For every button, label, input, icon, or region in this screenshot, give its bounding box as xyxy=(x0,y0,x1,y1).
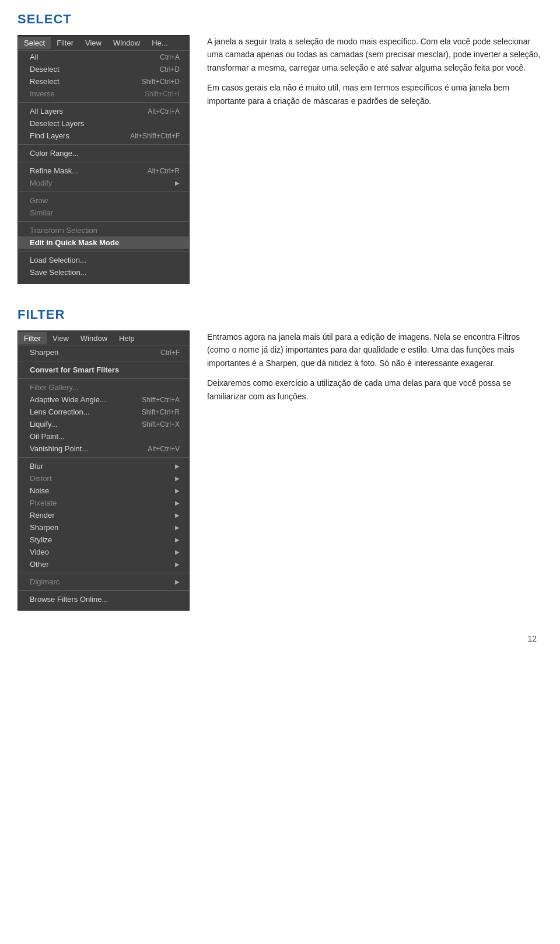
select-text-col: A janela a seguir trata a seleção de mod… xyxy=(207,35,542,114)
fmenu-noise[interactable]: Noise▶ xyxy=(18,485,189,497)
menu-item-save-selection[interactable]: Save Selection... xyxy=(18,266,189,278)
fmenu-other[interactable]: Other▶ xyxy=(18,558,189,570)
fmenu-sharpen-bottom[interactable]: Sharpen▶ xyxy=(18,521,189,534)
menubar-help[interactable]: He... xyxy=(146,37,173,49)
fmenu-filter-gallery[interactable]: Filter Gallery... xyxy=(18,381,189,393)
menu-item-load-selection[interactable]: Load Selection... xyxy=(18,254,189,266)
filter-para-1: Entramos agora na janela mais útil para … xyxy=(207,330,542,370)
fmenu-browse-filters[interactable]: Browse Filters Online... xyxy=(18,593,189,605)
select-menu-panel: Select Filter View Window He... AllCtrl+… xyxy=(18,35,190,284)
menu-item-find-layers[interactable]: Find LayersAlt+Shift+Ctrl+F xyxy=(18,130,189,142)
sep6 xyxy=(18,251,189,252)
fmenu-liquify[interactable]: Liquify...Shift+Ctrl+X xyxy=(18,418,189,430)
fmenu-video[interactable]: Video▶ xyxy=(18,546,189,558)
select-title: SELECT xyxy=(18,12,542,27)
filter-menu-panel: Filter View Window Help SharpenCtrl+F Co… xyxy=(18,330,190,611)
menubar-view[interactable]: View xyxy=(79,37,107,49)
menu-item-reselect[interactable]: ReselectShift+Ctrl+D xyxy=(18,75,189,88)
menu-item-refine-mask[interactable]: Refine Mask...Alt+Ctrl+R xyxy=(18,165,189,177)
sep2 xyxy=(18,144,189,145)
menubar-window[interactable]: Window xyxy=(107,37,146,49)
fsep2 xyxy=(18,378,189,379)
select-para-2: Em casos gerais ela não é muito util, ma… xyxy=(207,81,542,107)
filter-para-2: Deixaremos como exercício a utilização d… xyxy=(207,377,542,403)
fmenu-stylize[interactable]: Stylize▶ xyxy=(18,534,189,546)
filter-text-col: Entramos agora na janela mais útil para … xyxy=(207,330,542,410)
menubar-select[interactable]: Select xyxy=(18,37,51,49)
menu-item-grow[interactable]: Grow xyxy=(18,194,189,207)
menu-item-transform-selection[interactable]: Transform Selection xyxy=(18,224,189,236)
fmenubar-window[interactable]: Window xyxy=(75,332,113,344)
fmenu-oil-paint[interactable]: Oil Paint... xyxy=(18,430,189,443)
sep4 xyxy=(18,191,189,192)
fmenu-sharpen-top[interactable]: SharpenCtrl+F xyxy=(18,346,189,358)
filter-menu-bar: Filter View Window Help xyxy=(18,331,189,346)
fmenu-blur[interactable]: Blur▶ xyxy=(18,460,189,472)
fsep3 xyxy=(18,457,189,458)
fmenu-convert-smart[interactable]: Convert for Smart Filters xyxy=(18,364,189,376)
filter-title: FILTER xyxy=(18,307,542,322)
fmenubar-view[interactable]: View xyxy=(47,332,75,344)
menu-item-modify[interactable]: Modify▶ xyxy=(18,177,189,189)
menubar-filter[interactable]: Filter xyxy=(51,37,79,49)
fmenubar-help[interactable]: Help xyxy=(113,332,141,344)
menu-item-color-range[interactable]: Color Range... xyxy=(18,147,189,159)
sep1 xyxy=(18,102,189,103)
menu-item-all[interactable]: AllCtrl+A xyxy=(18,51,189,63)
fmenu-vanishing-point[interactable]: Vanishing Point...Alt+Ctrl+V xyxy=(18,443,189,455)
menu-item-deselect[interactable]: DeselectCtrl+D xyxy=(18,63,189,75)
menu-item-inverse[interactable]: InverseShift+Ctrl+I xyxy=(18,88,189,100)
sep3 xyxy=(18,162,189,162)
menu-item-edit-quick-mask[interactable]: Edit in Quick Mask Mode xyxy=(18,236,189,249)
fmenu-lens-correction[interactable]: Lens Correction...Shift+Ctrl+R xyxy=(18,406,189,418)
fsep4 xyxy=(18,573,189,573)
fmenubar-filter[interactable]: Filter xyxy=(18,332,47,344)
page-container: SELECT Select Filter View Window He... A… xyxy=(0,0,560,655)
fsep5 xyxy=(18,590,189,591)
sep5 xyxy=(18,221,189,222)
fmenu-distort[interactable]: Distort▶ xyxy=(18,472,189,485)
fsep1 xyxy=(18,361,189,361)
select-menu-bar: Select Filter View Window He... xyxy=(18,36,189,51)
menu-item-similar[interactable]: Similar xyxy=(18,207,189,219)
page-number: 12 xyxy=(18,634,542,643)
menu-item-deselect-layers[interactable]: Deselect Layers xyxy=(18,117,189,130)
fmenu-digimarc[interactable]: Digimarc▶ xyxy=(18,576,189,588)
menu-item-all-layers[interactable]: All LayersAlt+Ctrl+A xyxy=(18,105,189,117)
filter-row: Filter View Window Help SharpenCtrl+F Co… xyxy=(18,330,542,611)
fmenu-render[interactable]: Render▶ xyxy=(18,509,189,521)
fmenu-adaptive-wide[interactable]: Adaptive Wide Angle...Shift+Ctrl+A xyxy=(18,393,189,406)
select-row: Select Filter View Window He... AllCtrl+… xyxy=(18,35,542,284)
fmenu-pixelate[interactable]: Pixelate▶ xyxy=(18,497,189,509)
select-para-1: A janela a seguir trata a seleção de mod… xyxy=(207,35,542,74)
